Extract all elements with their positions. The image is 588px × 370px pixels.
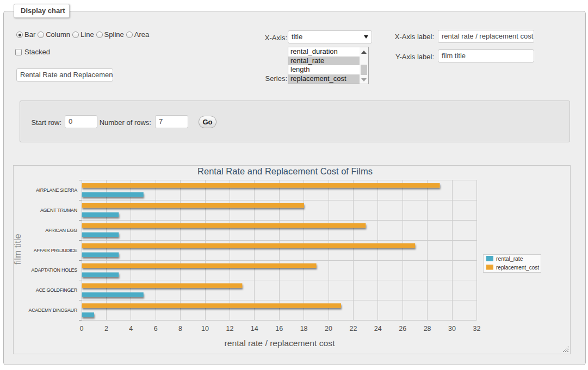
- svg-text:4: 4: [129, 325, 133, 333]
- svg-text:Rental Rate and Replacement Co: Rental Rate and Replacement Cost of Film…: [197, 166, 373, 176]
- svg-text:6: 6: [154, 325, 158, 333]
- svg-text:8: 8: [178, 325, 182, 333]
- svg-text:10: 10: [201, 325, 209, 333]
- svg-text:12: 12: [226, 325, 233, 333]
- svg-text:AGENT TRUMAN: AGENT TRUMAN: [40, 208, 77, 213]
- svg-text:30: 30: [448, 325, 456, 333]
- svg-text:18: 18: [300, 325, 308, 333]
- svg-text:rental_rate: rental_rate: [496, 255, 523, 262]
- svg-text:2: 2: [104, 325, 108, 333]
- svg-text:20: 20: [325, 325, 332, 333]
- svg-text:ACE GOLDFINGER: ACE GOLDFINGER: [36, 287, 78, 293]
- svg-text:film title: film title: [14, 234, 22, 265]
- svg-text:ACADEMY DINOSAUR: ACADEMY DINOSAUR: [28, 308, 77, 313]
- svg-text:rental rate / replacement cost: rental rate / replacement cost: [225, 338, 336, 348]
- svg-text:26: 26: [399, 325, 406, 333]
- svg-text:ADAPTATION HOLES: ADAPTATION HOLES: [32, 267, 78, 273]
- svg-text:32: 32: [473, 325, 480, 333]
- svg-text:14: 14: [251, 325, 258, 333]
- svg-text:0: 0: [80, 325, 84, 333]
- svg-text:16: 16: [275, 325, 283, 333]
- svg-text:22: 22: [349, 325, 357, 333]
- svg-text:AFRICAN EGG: AFRICAN EGG: [45, 228, 77, 233]
- svg-text:24: 24: [374, 325, 382, 333]
- svg-text:replacement_cost: replacement_cost: [496, 264, 539, 271]
- svg-text:28: 28: [424, 325, 431, 333]
- svg-text:AFFAIR PREJUDICE: AFFAIR PREJUDICE: [34, 248, 78, 253]
- svg-text:AIRPLANE SIERRA: AIRPLANE SIERRA: [36, 187, 77, 193]
